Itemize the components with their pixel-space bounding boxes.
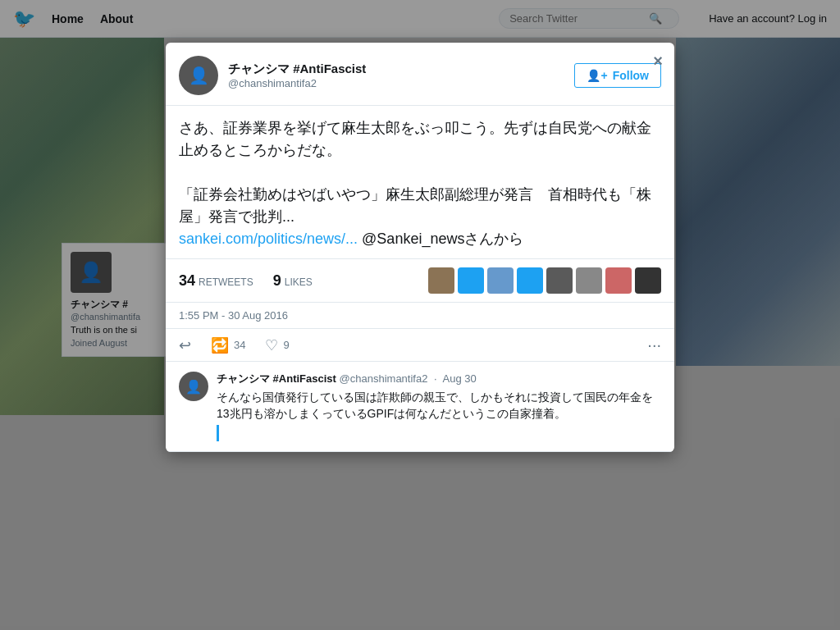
follow-button[interactable]: 👤+ Follow (574, 63, 661, 88)
tweet-actions: ↩ 🔁 34 ♡ 9 ··· (166, 329, 674, 362)
likes-count: 9 (273, 272, 281, 290)
retweet-button[interactable]: 🔁 34 (211, 336, 245, 354)
retweet-label: RETWEETS (199, 276, 253, 288)
liker-avatar-4[interactable] (517, 267, 543, 294)
tweet-text-main: さあ、証券業界を挙げて麻生太郎をぶっ叩こう。先ずは自民党への献金止めるところから… (179, 117, 661, 162)
tweet-modal: × 👤 チャンシマ #AntiFascist @chanshimantifa2 … (166, 43, 674, 452)
reply-date: Aug 30 (443, 372, 477, 385)
tweet-stats: 34 RETWEETS 9 LIKES (166, 258, 674, 303)
modal-close-button[interactable]: × (653, 52, 663, 69)
reply-tweet: 👤 チャンシマ #AntiFascist @chanshimantifa2 · … (166, 362, 674, 452)
retweet-icon: 🔁 (211, 336, 229, 354)
modal-overlay: × 👤 チャンシマ #AntiFascist @chanshimantifa2 … (0, 0, 840, 630)
follow-icon: 👤+ (587, 69, 607, 82)
reply-text: そんなら国債発行している国は詐欺師の親玉で、しかもそれに投資して国民の年金を13… (217, 390, 661, 422)
timestamp-link[interactable]: 1:55 PM - 30 Aug 2016 (179, 309, 288, 322)
tweet-body: さあ、証券業界を挙げて麻生太郎をぶっ叩こう。先ずは自民党への献金止めるところから… (166, 106, 674, 258)
like-button[interactable]: ♡ 9 (265, 336, 289, 354)
reply-button[interactable]: ↩ (179, 336, 191, 354)
tweet-user-info: チャンシマ #AntiFascist @chanshimantifa2 (228, 62, 574, 89)
tweet-author-avatar[interactable]: 👤 (179, 56, 218, 95)
like-action-count: 9 (283, 339, 289, 351)
likers-avatar-row (428, 267, 661, 294)
retweet-action-count: 34 (234, 339, 245, 351)
tweet-text-secondary: 「証券会社勤めはやばいやつ」麻生太郎副総理が発言 首相時代も「株屋」発言で批判.… (179, 184, 661, 250)
tweet-header: 👤 チャンシマ #AntiFascist @chanshimantifa2 👤+… (166, 43, 674, 106)
reply-content: チャンシマ #AntiFascist @chanshimantifa2 · Au… (217, 372, 661, 441)
reply-handle: @chanshimantifa2 (340, 372, 428, 385)
more-button[interactable]: ··· (647, 336, 661, 354)
reply-sep: · (434, 372, 437, 385)
tweet-link-suffix: @Sankei_newsさんから (358, 231, 523, 247)
reply-header: チャンシマ #AntiFascist @chanshimantifa2 · Au… (217, 372, 661, 386)
liker-avatar-2[interactable] (458, 267, 484, 294)
follow-label: Follow (613, 69, 649, 82)
retweet-stat: 34 RETWEETS (179, 272, 253, 290)
tweet-timestamp: 1:55 PM - 30 Aug 2016 (166, 303, 674, 329)
reply-indicator (217, 425, 219, 441)
liker-avatar-1[interactable] (428, 267, 454, 294)
liker-avatar-5[interactable] (546, 267, 573, 294)
likes-stat: 9 LIKES (273, 272, 313, 290)
tweet-link[interactable]: sankei.com/politics/news/... (179, 231, 358, 247)
liker-avatar-3[interactable] (487, 267, 514, 294)
reply-icon: ↩ (179, 336, 191, 354)
tweet-handle: @chanshimantifa2 (228, 77, 574, 89)
liker-avatar-8[interactable] (635, 267, 661, 294)
reply-avatar[interactable]: 👤 (179, 372, 208, 401)
reply-display-name: チャンシマ #AntiFascist (217, 372, 336, 385)
tweet-display-name: チャンシマ #AntiFascist (228, 62, 574, 77)
liker-avatar-6[interactable] (576, 267, 602, 294)
retweet-count: 34 (179, 272, 195, 290)
liker-avatar-7[interactable] (605, 267, 632, 294)
like-icon: ♡ (265, 336, 278, 354)
likes-label: LIKES (285, 276, 313, 288)
